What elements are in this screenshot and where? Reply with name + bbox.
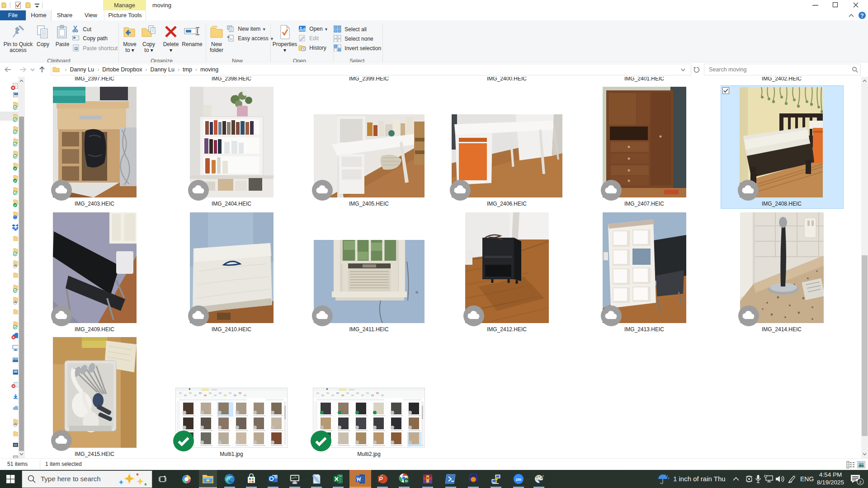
svg-text:D: D (405, 479, 408, 483)
svg-text:zm: zm (516, 477, 522, 482)
svg-text:2: 2 (859, 479, 861, 484)
svg-text:?: ? (860, 13, 863, 19)
